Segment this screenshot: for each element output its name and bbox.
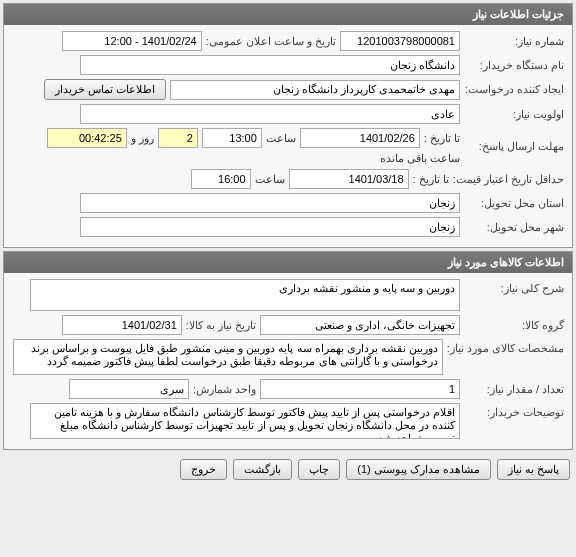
- priority-field[interactable]: [80, 104, 460, 124]
- panel2-body: شرح کلی نیاز: گروه کالا: تاریخ نیاز به ک…: [4, 273, 572, 449]
- group-field[interactable]: [260, 315, 460, 335]
- unit-label: واحد شمارش:: [193, 383, 256, 396]
- days-and-label: روز و: [131, 132, 154, 145]
- province-label: استان محل تحویل:: [464, 197, 564, 210]
- unit-field[interactable]: [69, 379, 189, 399]
- need-no-field[interactable]: [340, 31, 460, 51]
- buyer-contact-button[interactable]: اطلاعات تماس خریدار: [44, 79, 166, 100]
- buyer-field[interactable]: [80, 55, 460, 75]
- deadline-label: مهلت ارسال پاسخ:: [464, 140, 564, 153]
- priority-label: اولویت نیاز:: [464, 108, 564, 121]
- to-date-label: تا تاریخ :: [424, 132, 460, 145]
- credit-to-date-label: تا تاریخ :: [413, 173, 449, 186]
- back-button[interactable]: بازگشت: [233, 459, 292, 480]
- deadline-time-field[interactable]: [202, 128, 262, 148]
- days-remaining-field[interactable]: [158, 128, 198, 148]
- credit-time-field[interactable]: [191, 169, 251, 189]
- buyer-note-label: توضیحات خریدار:: [464, 403, 564, 419]
- city-label: شهر محل تحویل:: [464, 221, 564, 234]
- spec-label: مشخصات کالای مورد نیاز:: [447, 339, 564, 355]
- panel2-title: اطلاعات کالاهای مورد نیاز: [4, 252, 572, 273]
- button-bar: پاسخ به نیاز مشاهده مدارک پیوستی (1) چاپ…: [0, 453, 576, 486]
- deadline-time-label: ساعت: [266, 132, 296, 145]
- group-label: گروه کالا:: [464, 319, 564, 332]
- city-field[interactable]: [80, 217, 460, 237]
- min-credit-label: حداقل تاریخ اعتبار قیمت:: [453, 173, 564, 186]
- countdown-field[interactable]: [47, 128, 127, 148]
- announce-label: تاریخ و ساعت اعلان عمومی:: [206, 35, 336, 48]
- print-button[interactable]: چاپ: [298, 459, 340, 480]
- remaining-label: ساعت باقی مانده: [380, 152, 460, 165]
- need-date-field[interactable]: [62, 315, 182, 335]
- goods-info-panel: اطلاعات کالاهای مورد نیاز شرح کلی نیاز: …: [3, 251, 573, 450]
- need-date-label: تاریخ نیاز به کالا:: [186, 319, 256, 332]
- buyer-label: نام دستگاه خریدار:: [464, 59, 564, 72]
- desc-label: شرح کلی نیاز:: [464, 279, 564, 295]
- respond-button[interactable]: پاسخ به نیاز: [497, 459, 570, 480]
- province-field[interactable]: [80, 193, 460, 213]
- need-details-panel: جزئیات اطلاعات نیاز شماره نیاز: تاریخ و …: [3, 3, 573, 248]
- spec-field[interactable]: [13, 339, 443, 375]
- view-attachments-button[interactable]: مشاهده مدارک پیوستی (1): [346, 459, 491, 480]
- credit-time-label: ساعت: [255, 173, 285, 186]
- creator-field[interactable]: [170, 80, 460, 100]
- credit-date-field[interactable]: [289, 169, 409, 189]
- deadline-date-field[interactable]: [300, 128, 420, 148]
- announce-field[interactable]: [62, 31, 202, 51]
- need-no-label: شماره نیاز:: [464, 35, 564, 48]
- qty-label: تعداد / مقدار نیاز:: [464, 383, 564, 396]
- panel1-title: جزئیات اطلاعات نیاز: [4, 4, 572, 25]
- buyer-note-field[interactable]: [30, 403, 460, 439]
- desc-field[interactable]: [30, 279, 460, 311]
- exit-button[interactable]: خروج: [180, 459, 227, 480]
- panel1-body: شماره نیاز: تاریخ و ساعت اعلان عمومی: نا…: [4, 25, 572, 247]
- creator-label: ایجاد کننده درخواست:: [464, 83, 564, 96]
- qty-field[interactable]: [260, 379, 460, 399]
